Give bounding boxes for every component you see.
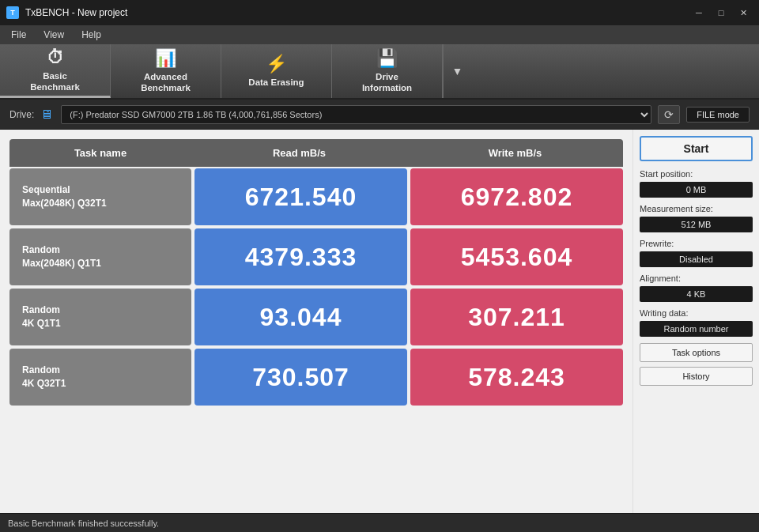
writing-data-value: Random number xyxy=(640,321,753,337)
window-controls: ─ □ ✕ xyxy=(689,6,753,19)
menubar: File View Help xyxy=(0,25,759,44)
task-options-button[interactable]: Task options xyxy=(640,343,753,362)
drive-information-label: DriveInformation xyxy=(362,72,412,94)
advanced-benchmark-label: AdvancedBenchmark xyxy=(141,72,191,94)
measurement-size-label: Measurement size: xyxy=(640,204,753,213)
basic-benchmark-icon: ⏱ xyxy=(47,47,64,68)
basic-benchmark-label: BasicBenchmark xyxy=(30,71,80,93)
benchmark-area: Task name Read mB/s Write mB/s Sequentia… xyxy=(0,130,632,513)
alignment-label: Alignment: xyxy=(640,274,753,283)
write-value-4: 578.243 xyxy=(410,349,623,406)
right-panel: Start Start position: 0 MB Measurement s… xyxy=(632,130,759,513)
menu-view[interactable]: View xyxy=(36,28,72,42)
benchmark-row-4: Random4K Q32T1 730.507 578.243 xyxy=(9,349,623,406)
header-read: Read mB/s xyxy=(191,139,407,167)
toolbar-dropdown[interactable]: ▼ xyxy=(443,44,471,98)
minimize-button[interactable]: ─ xyxy=(689,6,708,19)
drivebar: Drive: 🖥 (F:) Predator SSD GM7000 2TB 1.… xyxy=(0,100,759,130)
start-position-label: Start position: xyxy=(640,169,753,179)
titlebar: T TxBENCH - New project ─ □ ✕ xyxy=(0,0,759,25)
task-name-1: SequentialMax(2048K) Q32T1 xyxy=(9,168,191,225)
advanced-benchmark-icon: 📊 xyxy=(155,48,176,69)
write-value-2: 5453.604 xyxy=(410,228,623,285)
toolbar: ⏱ BasicBenchmark 📊 AdvancedBenchmark ⚡ D… xyxy=(0,44,759,100)
measurement-size-value: 512 MB xyxy=(640,217,753,232)
history-button[interactable]: History xyxy=(640,367,753,386)
read-value-3: 93.044 xyxy=(194,289,407,345)
drive-type-icon: 🖥 xyxy=(40,108,53,122)
write-value-3: 307.211 xyxy=(410,289,623,345)
window-title: TxBENCH - New project xyxy=(25,7,683,18)
close-button[interactable]: ✕ xyxy=(734,6,753,19)
drive-information-icon: 💾 xyxy=(376,48,398,69)
read-value-1: 6721.540 xyxy=(194,168,407,225)
header-write: Write mB/s xyxy=(407,139,623,167)
menu-file[interactable]: File xyxy=(3,28,34,42)
start-button[interactable]: Start xyxy=(640,136,753,161)
data-erasing-label: Data Erasing xyxy=(248,77,304,89)
read-value-2: 4379.333 xyxy=(194,228,407,285)
benchmark-row-1: SequentialMax(2048K) Q32T1 6721.540 6972… xyxy=(9,168,623,225)
app-icon: T xyxy=(6,6,19,19)
benchmark-row-2: RandomMax(2048K) Q1T1 4379.333 5453.604 xyxy=(9,228,623,285)
prewrite-label: Prewrite: xyxy=(640,239,753,248)
task-name-2: RandomMax(2048K) Q1T1 xyxy=(9,228,191,285)
tab-drive-information[interactable]: 💾 DriveInformation xyxy=(332,44,443,98)
main-area: Task name Read mB/s Write mB/s Sequentia… xyxy=(0,130,759,513)
tab-basic-benchmark[interactable]: ⏱ BasicBenchmark xyxy=(0,44,111,98)
prewrite-value: Disabled xyxy=(640,251,753,267)
maximize-button[interactable]: □ xyxy=(712,6,731,19)
benchmark-row-3: Random4K Q1T1 93.044 307.211 xyxy=(9,289,623,345)
writing-data-label: Writing data: xyxy=(640,308,753,318)
drive-label: Drive: xyxy=(9,109,34,120)
menu-help[interactable]: Help xyxy=(74,28,109,42)
benchmark-header: Task name Read mB/s Write mB/s xyxy=(9,139,623,167)
tab-data-erasing[interactable]: ⚡ Data Erasing xyxy=(221,44,332,98)
file-mode-button[interactable]: FILE mode xyxy=(686,107,750,123)
data-erasing-icon: ⚡ xyxy=(266,54,287,74)
read-value-4: 730.507 xyxy=(194,349,407,406)
status-text: Basic Benchmark finished successfully. xyxy=(8,519,159,528)
header-task-name: Task name xyxy=(9,139,191,167)
task-name-4: Random4K Q32T1 xyxy=(9,349,191,406)
drive-select[interactable]: (F:) Predator SSD GM7000 2TB 1.86 TB (4,… xyxy=(61,105,651,124)
start-position-value: 0 MB xyxy=(640,182,753,198)
alignment-value: 4 KB xyxy=(640,286,753,302)
drive-refresh-button[interactable]: ⟳ xyxy=(658,105,680,124)
statusbar: Basic Benchmark finished successfully. xyxy=(0,513,759,532)
task-name-3: Random4K Q1T1 xyxy=(9,289,191,345)
tab-advanced-benchmark[interactable]: 📊 AdvancedBenchmark xyxy=(111,44,221,98)
write-value-1: 6972.802 xyxy=(410,168,623,225)
